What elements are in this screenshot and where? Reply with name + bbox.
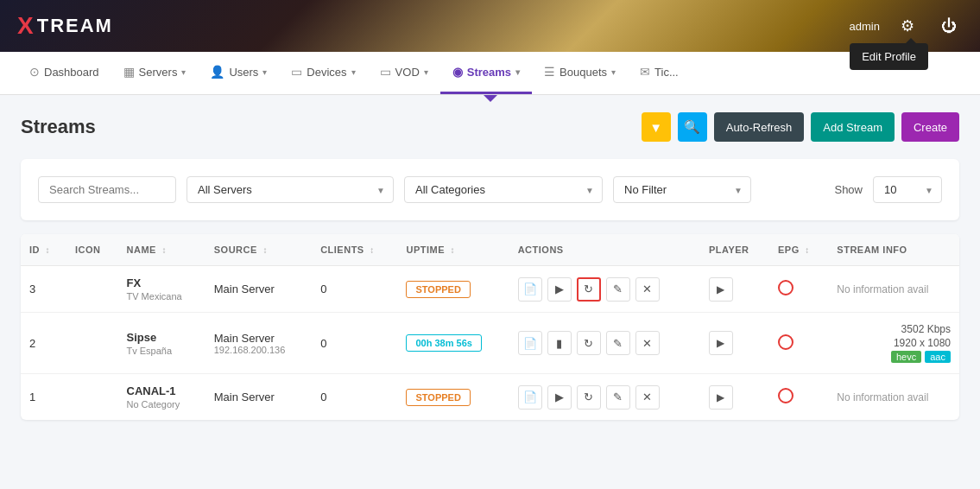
count-select[interactable]: 10 (873, 176, 942, 203)
edit-button[interactable]: ✎ (606, 277, 630, 302)
player-button[interactable]: ▶ (709, 331, 733, 355)
filters-bar: All Servers All Categories No Filter Sho… (21, 159, 959, 220)
col-name: NAME ↕ (118, 234, 205, 266)
nav-vod[interactable]: ▭ VOD ▾ (368, 52, 440, 94)
nav-active-arrow (484, 95, 497, 102)
cell-actions: 📄 ▮ ↻ ✎ ✕ (509, 313, 700, 374)
cell-epg (769, 266, 828, 313)
streams-table: ID ↕ ICON NAME ↕ SOURCE ↕ CLIENTS ↕ UPTI… (21, 234, 959, 420)
video-codec-tag: hevc (891, 351, 921, 363)
edit-profile-tooltip: Edit Profile (850, 43, 928, 70)
dashboard-icon: ⊙ (29, 65, 40, 79)
cell-stream-info: No information avail (828, 374, 959, 421)
servers-select-wrapper: All Servers (187, 176, 394, 203)
cell-id: 2 (21, 313, 66, 374)
cell-player: ▶ (700, 313, 769, 374)
cell-icon (66, 313, 118, 374)
add-stream-button[interactable]: Add Stream (811, 112, 895, 142)
cell-uptime: STOPPED (397, 374, 509, 421)
play-button[interactable]: ▶ (547, 385, 572, 410)
table-header-row: ID ↕ ICON NAME ↕ SOURCE ↕ CLIENTS ↕ UPTI… (21, 234, 959, 266)
create-button[interactable]: Create (901, 112, 959, 142)
cell-clients: 0 (312, 374, 397, 421)
nav-dashboard[interactable]: ⊙ Dashboard (17, 52, 111, 94)
status-badge: 00h 38m 56s (406, 334, 481, 352)
file-button[interactable]: 📄 (518, 277, 542, 302)
chevron-down-icon: ▾ (351, 67, 356, 77)
cell-source: Main Server 192.168.200.136 (205, 313, 312, 374)
cell-epg (769, 374, 828, 421)
edit-button[interactable]: ✎ (606, 331, 630, 355)
stop-button[interactable]: ▮ (547, 331, 572, 355)
nav-bouquets[interactable]: ☰ Bouquets ▾ (532, 52, 628, 94)
filter-select[interactable]: No Filter (613, 176, 751, 203)
search-button[interactable]: 🔍 (678, 112, 707, 142)
stream-kbps: 3502 Kbps (901, 323, 951, 335)
tickets-icon: ✉ (640, 65, 650, 79)
play-button[interactable]: ▶ (547, 277, 572, 302)
nav-streams-label: Streams (467, 66, 511, 79)
file-button[interactable]: 📄 (518, 331, 542, 355)
player-button[interactable]: ▶ (709, 277, 733, 302)
cell-icon (66, 374, 118, 421)
main-content: Streams ▼ 🔍 Auto-Refresh Add Stream Crea… (0, 95, 980, 437)
stream-sub: Tv España (127, 346, 197, 356)
col-source: SOURCE ↕ (205, 234, 312, 266)
vod-icon: ▭ (380, 65, 391, 79)
streams-table-wrapper: ID ↕ ICON NAME ↕ SOURCE ↕ CLIENTS ↕ UPTI… (21, 234, 959, 420)
stream-name: Sipse (127, 331, 197, 344)
stream-info-text: No information avail (837, 283, 928, 295)
col-epg: EPG ↕ (769, 234, 828, 266)
cell-icon (66, 266, 118, 313)
nav-servers-label: Servers (139, 66, 178, 79)
reload-button[interactable]: ↻ (577, 277, 601, 302)
search-input[interactable] (38, 176, 176, 203)
nav-tickets[interactable]: ✉ Tic... (628, 52, 691, 94)
servers-select[interactable]: All Servers (187, 176, 394, 203)
categories-select-wrapper: All Categories (404, 176, 603, 203)
cell-player: ▶ (700, 266, 769, 313)
cell-name: FX TV Mexicana (118, 266, 205, 313)
edit-button[interactable]: ✎ (606, 385, 630, 410)
nav-vod-label: VOD (395, 66, 420, 79)
actions-group: 📄 ▶ ↻ ✎ ✕ (518, 385, 692, 410)
filter-button[interactable]: ▼ (642, 112, 671, 142)
cell-clients: 0 (312, 266, 397, 313)
logo: X TREAM (17, 12, 113, 40)
cell-epg (769, 313, 828, 374)
nav-servers[interactable]: ▦ Servers ▾ (111, 52, 199, 94)
player-button[interactable]: ▶ (709, 385, 733, 410)
gear-button[interactable]: ⚙ (894, 12, 921, 40)
file-button[interactable]: 📄 (518, 385, 542, 410)
header: X TREAM admin ⚙ ⏻ Edit Profile (0, 0, 980, 52)
nav-users-label: Users (229, 66, 258, 79)
stream-info-details: 3502 Kbps 1920 x 1080 hevc aac (837, 323, 951, 363)
stream-info-text: No information avail (837, 391, 928, 403)
categories-select[interactable]: All Categories (404, 176, 603, 203)
nav-users[interactable]: 👤 Users ▾ (198, 52, 279, 94)
delete-button[interactable]: ✕ (635, 385, 660, 410)
audio-codec-tag: aac (925, 351, 951, 363)
servers-icon: ▦ (123, 65, 135, 79)
cell-player: ▶ (700, 374, 769, 421)
stream-sub: TV Mexicana (127, 291, 197, 302)
auto-refresh-button[interactable]: Auto-Refresh (714, 112, 805, 142)
reload-button[interactable]: ↻ (577, 385, 601, 410)
delete-button[interactable]: ✕ (635, 277, 660, 302)
filter-select-wrapper: No Filter (613, 176, 751, 203)
col-actions: ACTIONS (509, 234, 700, 266)
stream-name: FX (127, 276, 197, 289)
stream-name: CANAL-1 (127, 384, 197, 397)
power-button[interactable]: ⏻ (935, 12, 963, 40)
col-uptime: UPTIME ↕ (397, 234, 509, 266)
reload-button[interactable]: ↻ (577, 331, 601, 355)
streams-icon: ◉ (452, 65, 463, 79)
col-clients: CLIENTS ↕ (312, 234, 397, 266)
source-name: Main Server (214, 332, 303, 345)
nav-devices[interactable]: ▭ Devices ▾ (279, 52, 367, 94)
delete-button[interactable]: ✕ (635, 331, 660, 355)
nav-dashboard-label: Dashboard (44, 66, 99, 79)
chevron-down-icon: ▾ (611, 67, 616, 77)
nav-streams[interactable]: ◉ Streams ▾ (440, 52, 532, 94)
toolbar: ▼ 🔍 Auto-Refresh Add Stream Create (642, 112, 959, 142)
